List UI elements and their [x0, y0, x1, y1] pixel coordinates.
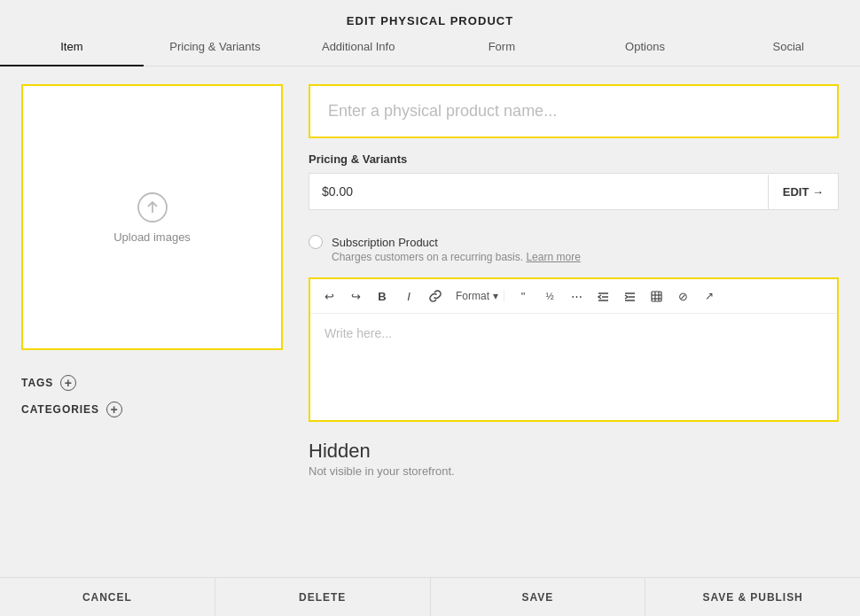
table-button[interactable]: [645, 285, 668, 308]
expand-button[interactable]: ↗: [698, 285, 721, 308]
format-dropdown[interactable]: Format ▾: [450, 290, 504, 302]
delete-button[interactable]: DELETE: [215, 578, 431, 616]
price-value: $0.00: [309, 174, 768, 209]
learn-more-link[interactable]: Learn more: [526, 251, 580, 263]
unordered-list-button[interactable]: ⋯: [565, 285, 588, 308]
redo-button[interactable]: ↪: [344, 285, 367, 308]
svg-rect-8: [652, 292, 661, 301]
editor-container: ↩ ↪ B I Format ▾ " ½ ⋯: [309, 277, 839, 422]
tab-additional-info[interactable]: Additional Info: [286, 27, 430, 66]
upload-icon: [137, 191, 168, 223]
indent-button[interactable]: [618, 285, 641, 308]
undo-button[interactable]: ↩: [317, 285, 340, 308]
outdent-button[interactable]: [591, 285, 614, 308]
pricing-section: Pricing & Variants $0.00 EDIT →: [309, 152, 839, 210]
link-button[interactable]: [424, 285, 447, 308]
subscription-title: Subscription Product: [332, 236, 438, 249]
save-button[interactable]: SAVE: [431, 578, 646, 616]
upload-label: Upload images: [113, 230, 191, 244]
pricing-label: Pricing & Variants: [309, 152, 839, 166]
tags-row: TAGS +: [21, 375, 287, 391]
subscription-check-row: Subscription Product: [309, 235, 839, 249]
save-publish-button[interactable]: SAVE & PUBLISH: [645, 578, 860, 616]
subscription-section: Subscription Product Charges customers o…: [309, 235, 839, 263]
bold-button[interactable]: B: [371, 285, 394, 308]
upload-area[interactable]: Upload images: [21, 84, 283, 350]
right-column: Pricing & Variants $0.00 EDIT → Subscrip…: [309, 84, 839, 559]
subscription-description: Charges customers on a recurring basis. …: [332, 251, 839, 263]
quote-button[interactable]: ": [512, 285, 535, 308]
subscription-radio[interactable]: [309, 235, 323, 249]
cancel-button[interactable]: CANCEL: [0, 578, 215, 616]
tab-form[interactable]: Form: [430, 27, 574, 66]
meta-section: TAGS + CATEGORIES +: [21, 375, 287, 417]
status-title: Hidden: [309, 440, 839, 463]
tags-label: TAGS: [21, 377, 53, 389]
bottom-bar: CANCEL DELETE SAVE SAVE & PUBLISH: [0, 577, 860, 616]
left-column: Upload images TAGS + CATEGORIES +: [21, 84, 287, 559]
tab-options[interactable]: Options: [574, 27, 717, 66]
page-title: EDIT PHYSICAL PRODUCT: [0, 0, 860, 27]
tab-item[interactable]: Item: [0, 27, 144, 66]
edit-pricing-button[interactable]: EDIT →: [768, 175, 838, 209]
pricing-row: $0.00 EDIT →: [309, 173, 839, 210]
italic-button[interactable]: I: [397, 285, 420, 308]
status-section: Hidden Not visible in your storefront.: [309, 440, 839, 478]
status-description: Not visible in your storefront.: [309, 464, 839, 478]
categories-label: CATEGORIES: [21, 403, 99, 416]
editor-toolbar: ↩ ↪ B I Format ▾ " ½ ⋯: [310, 279, 837, 314]
main-content: Upload images TAGS + CATEGORIES + Pricin…: [0, 66, 860, 577]
tags-add-button[interactable]: +: [60, 375, 76, 391]
categories-add-button[interactable]: +: [106, 402, 122, 417]
ordered-list-button[interactable]: ½: [538, 285, 561, 308]
tab-pricing-variants[interactable]: Pricing & Variants: [144, 27, 287, 66]
page-title-text: EDIT PHYSICAL PRODUCT: [347, 14, 513, 27]
categories-row: CATEGORIES +: [21, 402, 287, 417]
editor-body[interactable]: Write here...: [310, 314, 837, 420]
tab-social[interactable]: Social: [716, 27, 860, 66]
clear-format-button[interactable]: ⊘: [671, 285, 694, 308]
product-name-input[interactable]: [309, 84, 839, 138]
nav-tabs: Item Pricing & Variants Additional Info …: [0, 27, 860, 66]
